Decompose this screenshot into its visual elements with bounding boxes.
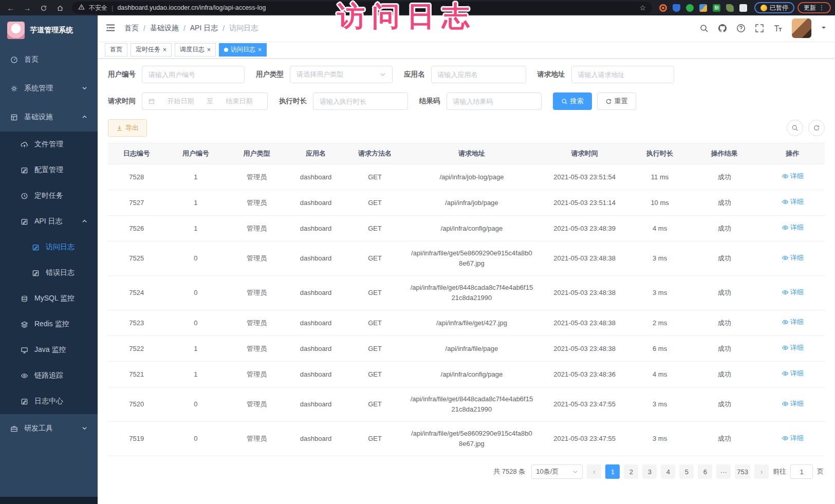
cell-result: 成功 <box>689 362 760 387</box>
sidebar-item-java[interactable]: Java 监控 <box>0 337 98 363</box>
page-button[interactable]: 1 <box>605 464 620 479</box>
extension-icon[interactable] <box>686 4 694 12</box>
detail-link[interactable]: 详细 <box>782 433 804 443</box>
sidebar-item-config[interactable]: 配置管理 <box>0 157 98 183</box>
sidebar-item-dev-tools[interactable]: 研发工具 <box>0 414 98 443</box>
cell-duration: 10 ms <box>631 190 689 216</box>
user-avatar[interactable] <box>792 18 811 38</box>
app-name-input[interactable] <box>438 71 519 79</box>
refresh-table-button[interactable] <box>808 120 825 136</box>
font-size-icon[interactable] <box>773 24 783 33</box>
address-bar[interactable]: 不安全 | dashboard.yudao.iocoder.cn/infra/l… <box>72 2 652 14</box>
reset-button[interactable]: 重置 <box>597 92 636 110</box>
extensions-puzzle-icon[interactable] <box>739 4 747 12</box>
detail-link[interactable]: 详细 <box>782 222 804 233</box>
page-button[interactable]: 4 <box>661 464 675 479</box>
toggle-search-button[interactable] <box>787 120 803 136</box>
page-button[interactable]: 5 <box>679 464 694 479</box>
cell-app: dashboard <box>287 164 345 190</box>
result-code-input[interactable] <box>453 98 535 105</box>
tab-job[interactable]: 定时任务× <box>131 43 172 57</box>
tab-access-log[interactable]: 访问日志× <box>219 43 267 57</box>
duration-input[interactable] <box>320 98 401 105</box>
help-icon[interactable] <box>736 24 746 33</box>
cell-method: GET <box>344 276 405 310</box>
sidebar-item-file[interactable]: 文件管理 <box>0 132 98 157</box>
extension-icon[interactable] <box>673 4 680 12</box>
github-icon[interactable] <box>718 24 727 33</box>
close-icon[interactable]: × <box>258 47 262 53</box>
sidebar-item-mysql[interactable]: MySQL 监控 <box>0 286 98 311</box>
page-button[interactable]: 6 <box>698 464 712 479</box>
export-button[interactable]: 导出 <box>108 119 147 137</box>
breadcrumb-home[interactable]: 首页 <box>124 24 139 33</box>
detail-link[interactable]: 详细 <box>782 253 804 263</box>
breadcrumb-api-log[interactable]: API 日志 <box>190 24 218 33</box>
sidebar-item-system[interactable]: 系统管理 <box>0 74 98 103</box>
table-row: 7523 0 管理员 dashboard GET /api/infra/file… <box>108 310 825 336</box>
extension-icon[interactable] <box>659 4 667 12</box>
fullscreen-icon[interactable] <box>755 24 764 33</box>
reload-icon[interactable] <box>37 4 50 12</box>
sidebar-logo[interactable]: 芋道管理系统 <box>0 15 98 45</box>
page-button[interactable]: 2 <box>624 464 638 479</box>
col-user-type: 用户类型 <box>226 143 287 164</box>
jump-page-input[interactable] <box>790 464 813 479</box>
page-button[interactable]: 3 <box>642 464 657 479</box>
browser-menu-icon[interactable]: ⋮ <box>819 4 825 11</box>
page-button[interactable]: 753 <box>735 464 750 479</box>
avatar-caret-down-icon[interactable] <box>821 25 827 32</box>
extension-icon[interactable] <box>699 4 707 12</box>
date-range-picker[interactable]: 开始日期 至 结束日期 <box>142 92 268 110</box>
close-icon[interactable]: × <box>163 47 166 53</box>
cell-duration: 2 ms <box>631 310 689 336</box>
detail-link[interactable]: 详细 <box>782 197 804 207</box>
cell-log-id: 7522 <box>108 336 165 362</box>
sidebar-item-api-log[interactable]: API 日志 <box>0 209 98 234</box>
profile-paused-badge[interactable]: 已暂停 <box>754 2 794 13</box>
cell-user-id: 0 <box>165 241 227 276</box>
back-icon[interactable]: ← <box>4 4 17 12</box>
cell-time: 2021-05-03 23:48:39 <box>538 216 631 241</box>
tab-home[interactable]: 首页 <box>105 43 127 57</box>
page-ellipsis[interactable]: ··· <box>716 464 731 479</box>
sidebar-item-trace[interactable]: 链路追踪 <box>0 363 98 388</box>
close-icon[interactable]: × <box>207 47 211 53</box>
next-page-button[interactable]: › <box>754 464 769 479</box>
sidebar-item-infra[interactable]: 基础设施 <box>0 103 98 132</box>
bookmark-star-icon[interactable]: ☆ <box>639 4 646 12</box>
detail-link[interactable]: 详细 <box>782 287 804 297</box>
user-id-input[interactable] <box>149 71 238 79</box>
sidebar-item-redis[interactable]: Redis 监控 <box>0 311 98 337</box>
extension-icon[interactable] <box>726 4 734 12</box>
user-type-select[interactable]: 请选择用户类型 <box>290 66 393 83</box>
log-icon <box>32 244 40 251</box>
chevron-down-icon <box>82 84 87 92</box>
sidebar-item-error-log[interactable]: 错误日志 <box>0 260 98 286</box>
sidebar-item-log-center[interactable]: 日志中心 <box>0 388 98 414</box>
detail-link[interactable]: 详细 <box>782 368 804 379</box>
page-size-select[interactable]: 10条/页 <box>531 464 583 479</box>
cell-url: /api/infra/file/get/8448cada8c7f4e4ab6f1… <box>405 387 538 422</box>
header-search-icon[interactable] <box>699 24 709 33</box>
detail-link[interactable]: 详细 <box>782 343 804 353</box>
app-name-label: 应用名 <box>404 70 425 79</box>
forward-icon[interactable]: → <box>21 4 34 12</box>
request-url-input[interactable] <box>578 71 667 79</box>
sidebar-item-home[interactable]: 首页 <box>0 45 98 74</box>
detail-link[interactable]: 详细 <box>782 171 804 181</box>
cell-time: 2021-05-03 23:47:55 <box>538 387 631 422</box>
breadcrumb-infra[interactable]: 基础设施 <box>150 24 179 33</box>
hamburger-icon[interactable] <box>106 23 115 34</box>
extension-icon[interactable]: 翻 <box>713 4 720 12</box>
cell-duration: 4 ms <box>631 216 689 241</box>
tab-job-log[interactable]: 调度日志× <box>175 43 216 57</box>
browser-update-button[interactable]: 更新 ⋮ <box>797 2 831 13</box>
sidebar-item-access-log[interactable]: 访问日志 <box>0 234 98 260</box>
search-button[interactable]: 搜索 <box>553 92 592 110</box>
detail-link[interactable]: 详细 <box>782 317 804 327</box>
sidebar-item-job[interactable]: 定时任务 <box>0 183 98 209</box>
prev-page-button[interactable]: ‹ <box>587 464 601 479</box>
home-icon[interactable] <box>53 4 67 12</box>
detail-link[interactable]: 详细 <box>782 399 804 409</box>
